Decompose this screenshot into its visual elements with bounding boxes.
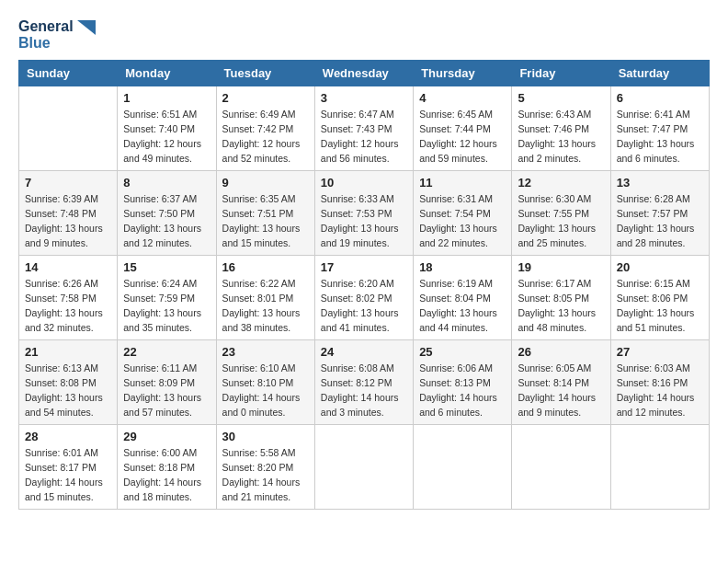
day-number: 14: [25, 260, 111, 274]
calendar-header-row: SundayMondayTuesdayWednesdayThursdayFrid…: [19, 61, 710, 86]
calendar-cell: 2Sunrise: 6:49 AM Sunset: 7:42 PM Daylig…: [216, 86, 314, 171]
calendar-cell: 27Sunrise: 6:03 AM Sunset: 8:16 PM Dayli…: [610, 340, 709, 425]
day-info: Sunrise: 6:41 AM Sunset: 7:47 PM Dayligh…: [617, 108, 703, 166]
col-header-wednesday: Wednesday: [314, 61, 413, 86]
calendar-cell: 19Sunrise: 6:17 AM Sunset: 8:05 PM Dayli…: [512, 256, 610, 340]
day-info: Sunrise: 6:13 AM Sunset: 8:08 PM Dayligh…: [25, 362, 111, 419]
calendar-cell: 30Sunrise: 5:58 AM Sunset: 8:20 PM Dayli…: [216, 425, 314, 510]
calendar-cell: 29Sunrise: 6:00 AM Sunset: 8:18 PM Dayli…: [118, 425, 216, 510]
calendar-cell: [19, 86, 118, 171]
day-info: Sunrise: 6:17 AM Sunset: 8:05 PM Dayligh…: [518, 277, 604, 335]
day-info: Sunrise: 6:37 AM Sunset: 7:50 PM Dayligh…: [123, 192, 210, 250]
logo: General Blue: [18, 18, 96, 51]
day-info: Sunrise: 6:45 AM Sunset: 7:44 PM Dayligh…: [419, 108, 506, 166]
calendar-cell: 3Sunrise: 6:47 AM Sunset: 7:43 PM Daylig…: [314, 86, 413, 171]
calendar-cell: 22Sunrise: 6:11 AM Sunset: 8:09 PM Dayli…: [118, 340, 216, 425]
calendar-cell: 9Sunrise: 6:35 AM Sunset: 7:51 PM Daylig…: [216, 171, 314, 256]
logo-arrow-icon: [77, 20, 96, 35]
col-header-saturday: Saturday: [610, 61, 709, 86]
day-number: 6: [617, 91, 703, 105]
calendar-cell: 16Sunrise: 6:22 AM Sunset: 8:01 PM Dayli…: [216, 256, 314, 340]
day-number: 9: [222, 176, 309, 190]
col-header-friday: Friday: [512, 61, 610, 86]
logo-text: General Blue: [18, 18, 96, 51]
day-info: Sunrise: 6:00 AM Sunset: 8:18 PM Dayligh…: [123, 446, 210, 504]
day-info: Sunrise: 6:51 AM Sunset: 7:40 PM Dayligh…: [123, 108, 210, 166]
day-info: Sunrise: 6:06 AM Sunset: 8:13 PM Dayligh…: [419, 362, 506, 419]
calendar-cell: [414, 425, 512, 510]
day-info: Sunrise: 6:24 AM Sunset: 7:59 PM Dayligh…: [123, 277, 210, 335]
week-row-4: 21Sunrise: 6:13 AM Sunset: 8:08 PM Dayli…: [19, 340, 710, 425]
calendar-cell: 24Sunrise: 6:08 AM Sunset: 8:12 PM Dayli…: [314, 340, 413, 425]
day-number: 3: [321, 91, 407, 105]
calendar-cell: 8Sunrise: 6:37 AM Sunset: 7:50 PM Daylig…: [118, 171, 216, 256]
day-number: 8: [123, 176, 210, 190]
day-info: Sunrise: 6:31 AM Sunset: 7:54 PM Dayligh…: [419, 192, 506, 250]
svg-marker-0: [77, 20, 96, 35]
calendar-cell: 1Sunrise: 6:51 AM Sunset: 7:40 PM Daylig…: [118, 86, 216, 171]
day-info: Sunrise: 6:20 AM Sunset: 8:02 PM Dayligh…: [321, 277, 407, 335]
day-info: Sunrise: 6:01 AM Sunset: 8:17 PM Dayligh…: [25, 446, 111, 504]
day-number: 16: [222, 260, 309, 274]
week-row-5: 28Sunrise: 6:01 AM Sunset: 8:17 PM Dayli…: [19, 425, 710, 510]
day-number: 4: [419, 91, 506, 105]
day-number: 5: [518, 91, 604, 105]
day-number: 22: [123, 345, 210, 359]
day-number: 27: [617, 345, 703, 359]
week-row-3: 14Sunrise: 6:26 AM Sunset: 7:58 PM Dayli…: [19, 256, 710, 340]
day-info: Sunrise: 6:28 AM Sunset: 7:57 PM Dayligh…: [617, 192, 703, 250]
day-number: 1: [123, 91, 210, 105]
day-info: Sunrise: 6:19 AM Sunset: 8:04 PM Dayligh…: [419, 277, 506, 335]
day-number: 7: [25, 176, 111, 190]
calendar-cell: 26Sunrise: 6:05 AM Sunset: 8:14 PM Dayli…: [512, 340, 610, 425]
day-number: 29: [123, 430, 210, 443]
calendar-cell: [314, 425, 413, 510]
col-header-thursday: Thursday: [414, 61, 512, 86]
calendar-cell: 28Sunrise: 6:01 AM Sunset: 8:17 PM Dayli…: [19, 425, 118, 510]
col-header-sunday: Sunday: [19, 61, 118, 86]
calendar-cell: 5Sunrise: 6:43 AM Sunset: 7:46 PM Daylig…: [512, 86, 610, 171]
col-header-monday: Monday: [118, 61, 216, 86]
calendar-cell: [610, 425, 709, 510]
day-info: Sunrise: 6:10 AM Sunset: 8:10 PM Dayligh…: [222, 362, 309, 419]
calendar-cell: 13Sunrise: 6:28 AM Sunset: 7:57 PM Dayli…: [610, 171, 709, 256]
day-info: Sunrise: 6:39 AM Sunset: 7:48 PM Dayligh…: [25, 192, 111, 250]
calendar-cell: 11Sunrise: 6:31 AM Sunset: 7:54 PM Dayli…: [414, 171, 512, 256]
calendar-cell: 23Sunrise: 6:10 AM Sunset: 8:10 PM Dayli…: [216, 340, 314, 425]
day-number: 25: [419, 345, 506, 359]
day-info: Sunrise: 6:26 AM Sunset: 7:58 PM Dayligh…: [25, 277, 111, 335]
day-number: 20: [617, 260, 703, 274]
calendar-cell: 12Sunrise: 6:30 AM Sunset: 7:55 PM Dayli…: [512, 171, 610, 256]
day-number: 2: [222, 91, 309, 105]
page-header: General Blue: [18, 18, 710, 51]
day-info: Sunrise: 6:03 AM Sunset: 8:16 PM Dayligh…: [617, 362, 703, 419]
day-info: Sunrise: 6:08 AM Sunset: 8:12 PM Dayligh…: [321, 362, 407, 419]
calendar-cell: 20Sunrise: 6:15 AM Sunset: 8:06 PM Dayli…: [610, 256, 709, 340]
week-row-1: 1Sunrise: 6:51 AM Sunset: 7:40 PM Daylig…: [19, 86, 710, 171]
calendar-cell: 15Sunrise: 6:24 AM Sunset: 7:59 PM Dayli…: [118, 256, 216, 340]
week-row-2: 7Sunrise: 6:39 AM Sunset: 7:48 PM Daylig…: [19, 171, 710, 256]
calendar-cell: 21Sunrise: 6:13 AM Sunset: 8:08 PM Dayli…: [19, 340, 118, 425]
day-number: 12: [518, 176, 604, 190]
day-info: Sunrise: 6:47 AM Sunset: 7:43 PM Dayligh…: [321, 108, 407, 166]
day-info: Sunrise: 6:35 AM Sunset: 7:51 PM Dayligh…: [222, 192, 309, 250]
calendar-cell: 7Sunrise: 6:39 AM Sunset: 7:48 PM Daylig…: [19, 171, 118, 256]
day-number: 11: [419, 176, 506, 190]
day-info: Sunrise: 5:58 AM Sunset: 8:20 PM Dayligh…: [222, 446, 309, 504]
day-number: 15: [123, 260, 210, 274]
calendar-cell: 6Sunrise: 6:41 AM Sunset: 7:47 PM Daylig…: [610, 86, 709, 171]
day-number: 17: [321, 260, 407, 274]
day-number: 18: [419, 260, 506, 274]
day-info: Sunrise: 6:15 AM Sunset: 8:06 PM Dayligh…: [617, 277, 703, 335]
col-header-tuesday: Tuesday: [216, 61, 314, 86]
calendar-cell: 10Sunrise: 6:33 AM Sunset: 7:53 PM Dayli…: [314, 171, 413, 256]
day-info: Sunrise: 6:05 AM Sunset: 8:14 PM Dayligh…: [518, 362, 604, 419]
calendar-cell: 14Sunrise: 6:26 AM Sunset: 7:58 PM Dayli…: [19, 256, 118, 340]
day-info: Sunrise: 6:49 AM Sunset: 7:42 PM Dayligh…: [222, 108, 309, 166]
day-info: Sunrise: 6:43 AM Sunset: 7:46 PM Dayligh…: [518, 108, 604, 166]
day-number: 24: [321, 345, 407, 359]
day-number: 28: [25, 430, 111, 443]
calendar-table: SundayMondayTuesdayWednesdayThursdayFrid…: [18, 60, 710, 510]
day-info: Sunrise: 6:22 AM Sunset: 8:01 PM Dayligh…: [222, 277, 309, 335]
day-number: 26: [518, 345, 604, 359]
